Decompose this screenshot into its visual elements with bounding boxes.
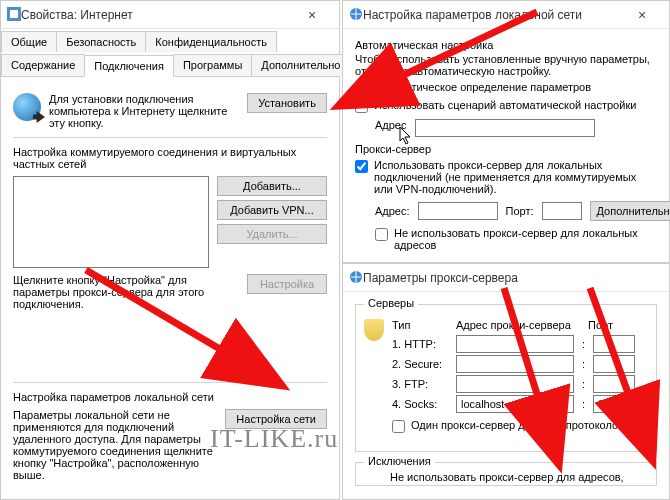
col-port: Порт xyxy=(588,319,628,331)
socks-address-input[interactable] xyxy=(456,395,574,413)
http-port-input[interactable] xyxy=(593,335,635,353)
connections-listbox[interactable] xyxy=(13,176,209,268)
svg-rect-1 xyxy=(10,10,18,18)
proxy-address-input[interactable] xyxy=(418,202,498,220)
lan-settings-window: Настройка параметров локальной сети × Ав… xyxy=(342,0,670,263)
ftp-address-input[interactable] xyxy=(456,375,574,393)
exceptions-text: Не использовать прокси-сервер для адресо… xyxy=(364,471,648,483)
dialup-header: Настройка коммутируемого соединения и ви… xyxy=(13,146,327,170)
titlebar: Параметры прокси-сервера xyxy=(343,264,669,292)
bypass-local-checkbox[interactable] xyxy=(375,228,388,241)
lan-settings-button[interactable]: Настройка сети xyxy=(225,409,327,429)
advanced-button[interactable]: Дополнительно xyxy=(590,201,670,221)
tab-connections[interactable]: Подключения xyxy=(84,55,174,77)
socks-port-input[interactable] xyxy=(593,395,635,413)
tab-general[interactable]: Общие xyxy=(1,31,57,52)
auto-detect-checkbox[interactable] xyxy=(355,82,368,95)
globe-small-icon xyxy=(349,7,363,23)
one-proxy-checkbox[interactable] xyxy=(392,420,405,433)
proxy-hint: Щелкните кнопку "Настройка" для параметр… xyxy=(13,274,239,310)
control-panel-icon xyxy=(7,7,21,23)
titlebar: Свойства: Интернет × xyxy=(1,1,339,29)
tabs-row-2: Содержание Подключения Программы Дополни… xyxy=(1,54,339,77)
use-script-checkbox[interactable] xyxy=(355,100,368,113)
remove-button[interactable]: Удалить... xyxy=(217,224,327,244)
http-address-input[interactable] xyxy=(456,335,574,353)
close-icon[interactable]: × xyxy=(621,2,663,28)
auto-config-hint: Чтобы использовать установленные вручную… xyxy=(355,53,657,77)
ftp-port-input[interactable] xyxy=(593,375,635,393)
install-button[interactable]: Установить xyxy=(247,93,327,113)
secure-label: 2. Secure: xyxy=(392,358,448,370)
tab-security[interactable]: Безопасность xyxy=(56,31,146,52)
secure-port-input[interactable] xyxy=(593,355,635,373)
socks-label: 4. Socks: xyxy=(392,398,448,410)
http-label: 1. HTTP: xyxy=(392,338,448,350)
tab-privacy[interactable]: Конфиденциальность xyxy=(145,31,277,52)
tab-content[interactable]: Содержание xyxy=(1,54,85,76)
connections-pane: Для установки подключения компьютера к И… xyxy=(1,77,339,497)
auto-detect-label: Автоматическое определение параметров xyxy=(374,81,591,93)
close-icon[interactable]: × xyxy=(291,2,333,28)
lan-header: Настройка параметров локальной сети xyxy=(13,391,327,403)
exceptions-group-title: Исключения xyxy=(364,455,435,467)
tabs-row-1: Общие Безопасность Конфиденциальность xyxy=(1,31,339,52)
lan-text: Параметры локальной сети не применяются … xyxy=(13,409,217,481)
use-proxy-checkbox[interactable] xyxy=(355,160,368,173)
add-button[interactable]: Добавить... xyxy=(217,176,327,196)
add-vpn-button[interactable]: Добавить VPN... xyxy=(217,200,327,220)
secure-address-input[interactable] xyxy=(456,355,574,373)
script-address-input[interactable] xyxy=(415,119,595,137)
globe-small-icon xyxy=(349,270,363,286)
col-type: Тип xyxy=(392,319,448,331)
titlebar: Настройка параметров локальной сети × xyxy=(343,1,669,29)
use-proxy-label: Использовать прокси-сервер для локальных… xyxy=(374,159,657,195)
window-title: Свойства: Интернет xyxy=(21,8,133,22)
window-title: Настройка параметров локальной сети xyxy=(363,8,582,22)
ftp-label: 3. FTP: xyxy=(392,378,448,390)
col-address: Адрес прокси-сервера xyxy=(456,319,580,331)
auto-config-header: Автоматическая настройка xyxy=(355,39,657,51)
internet-properties-window: Свойства: Интернет × Общие Безопасность … xyxy=(0,0,340,500)
shield-icon xyxy=(364,319,384,341)
tab-advanced[interactable]: Дополнительно xyxy=(251,54,350,76)
proxy-port-input[interactable] xyxy=(542,202,582,220)
servers-group-title: Серверы xyxy=(364,297,418,309)
proxy-port-label: Порт: xyxy=(506,205,534,217)
settings-button[interactable]: Настройка xyxy=(247,274,327,294)
window-title: Параметры прокси-сервера xyxy=(363,271,518,285)
globe-icon xyxy=(13,93,41,121)
bypass-local-label: Не использовать прокси-сервер для локаль… xyxy=(394,227,657,251)
one-proxy-label: Один прокси-сервер для всех протоколов xyxy=(411,419,624,431)
tab-programs[interactable]: Программы xyxy=(173,54,252,76)
install-text: Для установки подключения компьютера к И… xyxy=(49,93,239,129)
proxy-address-label: Адрес: xyxy=(375,205,410,217)
use-script-label: Использовать сценарий автоматической нас… xyxy=(374,99,636,111)
proxy-settings-window: Параметры прокси-сервера Серверы Тип Адр… xyxy=(342,263,670,500)
mouse-cursor-icon xyxy=(399,126,413,146)
